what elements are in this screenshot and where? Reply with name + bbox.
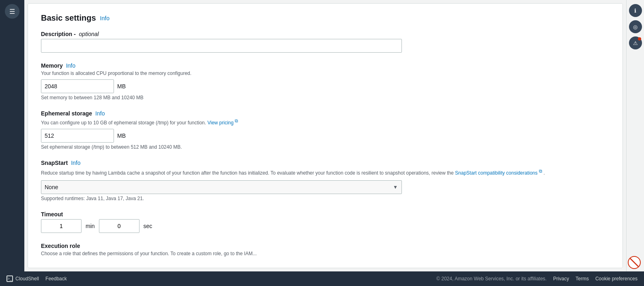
timeout-input-group: min sec xyxy=(41,219,610,233)
timeout-section: Timeout min sec xyxy=(41,211,610,233)
snapstart-select[interactable]: None PublishedVersions xyxy=(41,180,402,194)
description-label: Description - optional xyxy=(41,31,610,37)
menu-icon: ☰ xyxy=(9,8,15,15)
description-input[interactable] xyxy=(41,39,402,53)
memory-input[interactable] xyxy=(41,79,114,93)
memory-section: Memory Info Your function is allocated C… xyxy=(41,62,610,100)
snapstart-hint: Supported runtimes: Java 11, Java 17, Ja… xyxy=(41,196,610,201)
cookie-preferences-link[interactable]: Cookie preferences xyxy=(595,276,638,282)
snapstart-description: Reduce startup time by having Lambda cac… xyxy=(41,168,610,177)
basic-settings-info-link[interactable]: Info xyxy=(100,15,109,21)
ephemeral-storage-input-group: MB xyxy=(41,129,610,143)
memory-input-group: MB xyxy=(41,79,610,93)
ephemeral-storage-hint: Set ephemeral storage (/tmp) to between … xyxy=(41,144,610,150)
ephemeral-storage-section: Ephemeral storage Info You can configure… xyxy=(41,110,610,150)
execution-role-description: Choose a role that defines the permissio… xyxy=(41,251,402,256)
ephemeral-storage-unit-label: MB xyxy=(117,132,126,139)
notifications-panel-button[interactable]: ⚠ xyxy=(629,36,642,49)
snapstart-info-link[interactable]: Info xyxy=(71,160,80,166)
copyright-text: © 2024, Amazon Web Services, Inc. or its… xyxy=(436,276,547,282)
notification-badge xyxy=(638,37,641,41)
privacy-link[interactable]: Privacy xyxy=(553,276,569,282)
memory-hint: Set memory to between 128 MB and 10240 M… xyxy=(41,95,610,100)
execution-role-section: Execution role Choose a role that define… xyxy=(41,243,610,256)
snapstart-compat-link[interactable]: SnapStart compatibility considerations ⧉ xyxy=(455,170,543,176)
ephemeral-storage-label: Ephemeral storage Info xyxy=(41,110,610,117)
ephemeral-storage-info-link[interactable]: Info xyxy=(95,110,105,117)
menu-button[interactable]: ☰ xyxy=(5,4,19,19)
left-navigation: ☰ xyxy=(0,0,24,271)
settings-icon: ◎ xyxy=(633,24,638,30)
info-panel-button[interactable]: ℹ xyxy=(629,4,642,17)
snapstart-section: SnapStart Info Reduce startup time by ha… xyxy=(41,160,610,201)
timeout-label: Timeout xyxy=(41,211,610,218)
execution-role-label: Execution role xyxy=(41,243,610,249)
footer: >_ CloudShell Feedback © 2024, Amazon We… xyxy=(0,271,644,286)
feedback-link[interactable]: Feedback xyxy=(45,276,67,282)
cloudshell-label: CloudShell xyxy=(15,276,39,282)
timeout-sec-label: sec xyxy=(144,223,152,229)
right-navigation: ℹ ◎ ⚠ xyxy=(626,0,644,271)
ephemeral-storage-input[interactable] xyxy=(41,129,114,143)
timeout-min-input[interactable] xyxy=(41,219,82,233)
snapstart-select-wrapper: None PublishedVersions ▼ xyxy=(41,180,402,194)
footer-left: >_ CloudShell Feedback xyxy=(6,275,67,282)
terms-link[interactable]: Terms xyxy=(575,276,589,282)
memory-info-link[interactable]: Info xyxy=(66,62,75,69)
settings-panel-button[interactable]: ◎ xyxy=(629,20,642,33)
info-circle-icon: ℹ xyxy=(634,8,636,14)
cloudshell-icon: >_ xyxy=(6,275,13,282)
page-header: Basic settings Info xyxy=(41,13,610,23)
snapstart-label: SnapStart Info xyxy=(41,160,610,166)
snapstart-external-link-icon: ⧉ xyxy=(539,169,542,173)
description-section: Description - optional xyxy=(41,31,610,53)
view-pricing-link[interactable]: View pricing ⧉ xyxy=(207,120,238,126)
timeout-min-label: min xyxy=(86,223,95,229)
main-content: Basic settings Info Description - option… xyxy=(28,3,623,268)
memory-description: Your function is allocated CPU proportio… xyxy=(41,70,610,76)
memory-unit-label: MB xyxy=(117,83,126,90)
page-title: Basic settings xyxy=(41,13,96,23)
external-link-icon: ⧉ xyxy=(235,118,238,123)
timeout-sec-input[interactable] xyxy=(99,219,140,233)
cloudshell-launcher[interactable]: >_ CloudShell xyxy=(6,275,39,282)
footer-right: © 2024, Amazon Web Services, Inc. or its… xyxy=(436,276,638,282)
ephemeral-storage-description: You can configure up to 10 GB of ephemer… xyxy=(41,118,610,126)
alert-icon: ⚠ xyxy=(633,40,638,46)
memory-label: Memory Info xyxy=(41,62,610,69)
no-access-icon xyxy=(628,256,641,269)
